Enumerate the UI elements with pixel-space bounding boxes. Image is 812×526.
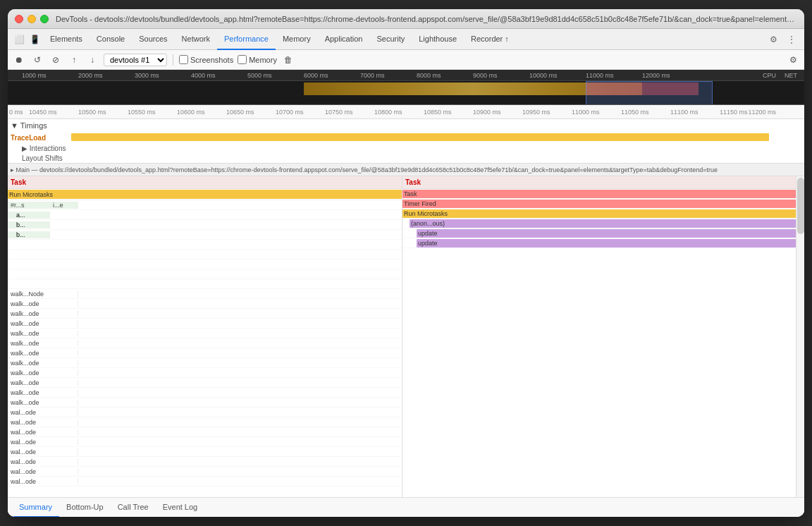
inspect-icon[interactable]: ⬜ bbox=[12, 32, 26, 47]
flame-scroll-right[interactable]: Task Timer Fired Run Microtask bbox=[402, 189, 796, 497]
tick-11050: 11050 ms bbox=[621, 109, 649, 116]
flame-main: Task Run Microtasks #r...s i...e bbox=[8, 176, 804, 497]
maximize-button[interactable] bbox=[40, 15, 49, 23]
label-3a: b... bbox=[8, 231, 50, 238]
flame-row-walk-16: wal...ode bbox=[8, 447, 402, 457]
tick-10750: 10750 ms bbox=[325, 109, 353, 116]
upload-button[interactable]: ↑ bbox=[67, 53, 81, 67]
tab-elements[interactable]: Elements bbox=[43, 29, 90, 50]
right-block-update2: update bbox=[417, 239, 796, 247]
reload-button[interactable]: ↺ bbox=[30, 53, 44, 67]
tick-11200: 11200 ms bbox=[748, 109, 776, 116]
flame-row-walk-17: wal...ode bbox=[8, 457, 402, 467]
tab-sources[interactable]: Sources bbox=[132, 29, 174, 50]
interactions-row: ▶ Interactions bbox=[8, 143, 804, 153]
tick-10450: 10450 ms bbox=[29, 109, 57, 116]
ruler-8000: 8000 ms bbox=[417, 72, 441, 79]
screenshots-toggle[interactable]: Screenshots bbox=[179, 55, 233, 64]
layout-shifts-label: Layout Shifts bbox=[22, 154, 63, 162]
devtools-content: ⬜ 📱 Elements Console Sources Network Per… bbox=[8, 29, 804, 517]
scrollbar[interactable] bbox=[796, 176, 804, 497]
flame-row-walk-8: walk...ode bbox=[8, 368, 402, 378]
tab-performance[interactable]: Performance bbox=[217, 29, 276, 50]
label-1a: a... bbox=[8, 212, 50, 219]
clear-button[interactable]: ⊘ bbox=[49, 53, 63, 67]
tab-security[interactable]: Security bbox=[369, 29, 412, 50]
traceload-label: TraceLoad bbox=[11, 134, 46, 142]
flame-row-walk-1: walk...ode bbox=[8, 299, 402, 309]
flame-row-walk-18: wal...ode bbox=[8, 467, 402, 477]
flame-row-walk-4: walk...ode bbox=[8, 329, 402, 338]
tick-11000: 11000 ms bbox=[572, 109, 600, 116]
tab-console[interactable]: Console bbox=[90, 29, 132, 50]
left-task-header: Task bbox=[8, 176, 402, 189]
tab-summary[interactable]: Summary bbox=[12, 498, 59, 518]
settings2-icon[interactable]: ⚙ bbox=[786, 53, 800, 67]
settings-icon[interactable]: ⚙ bbox=[766, 32, 780, 47]
tab-event-log[interactable]: Event Log bbox=[156, 498, 205, 518]
timings-section: ▼ Timings TraceLoad ▶ Interactions Layou… bbox=[8, 119, 804, 164]
flame-row-drawt: drawThr...Entries d... bbox=[8, 259, 402, 269]
flame-row-walk-13: wal...ode bbox=[8, 417, 402, 427]
tab-application[interactable]: Application bbox=[318, 29, 370, 50]
tab-lighthouse[interactable]: Lighthouse bbox=[412, 29, 464, 50]
ruler-2000: 2000 ms bbox=[78, 72, 103, 79]
record-button[interactable]: ⏺ bbox=[12, 53, 26, 67]
window-title: DevTools - devtools://devtools/bundled/d… bbox=[56, 15, 797, 23]
tab-bottom-up[interactable]: Bottom-Up bbox=[59, 498, 111, 518]
tab-call-tree[interactable]: Call Tree bbox=[111, 498, 156, 518]
flame-row-0: #r...s i...e loadingComplete i...e bbox=[8, 200, 402, 210]
flame-row-walk-3: walk...ode bbox=[8, 319, 402, 329]
tick-11100: 11100 ms bbox=[670, 109, 699, 116]
run-microtasks-row: Run Microtasks bbox=[8, 189, 402, 200]
tick-10500: 10500 ms bbox=[78, 109, 106, 116]
tab-recorder[interactable]: Recorder ↑ bbox=[464, 29, 516, 50]
url-bar: ▸ Main — devtools://devtools/bundled/dev… bbox=[8, 164, 804, 176]
flame-row-walk-10: walk...ode bbox=[8, 388, 402, 398]
flame-left-panel: Task Run Microtasks #r...s i...e bbox=[8, 176, 402, 497]
screenshots-checkbox[interactable] bbox=[179, 55, 188, 64]
download-button[interactable]: ↓ bbox=[85, 53, 99, 67]
top-nav: ⬜ 📱 Elements Console Sources Network Per… bbox=[8, 29, 804, 50]
memory-toggle[interactable]: Memory bbox=[238, 55, 277, 64]
flame-row-walk-12: wal...ode bbox=[8, 408, 402, 417]
tick-10800: 10800 ms bbox=[374, 109, 402, 116]
ruler-net: NET bbox=[785, 72, 797, 79]
timings-header[interactable]: ▼ Timings bbox=[8, 119, 804, 132]
right-row-timer: Timer Fired bbox=[402, 199, 796, 209]
more-icon[interactable]: ⋮ bbox=[785, 32, 799, 47]
flame-row-1: a... addRecording a... bbox=[8, 210, 402, 220]
device-icon[interactable]: 📱 bbox=[27, 32, 42, 47]
tab-memory[interactable]: Memory bbox=[276, 29, 318, 50]
flame-row-walk-9: walk...ode bbox=[8, 378, 402, 388]
tab-network[interactable]: Network bbox=[175, 29, 217, 50]
label-0b: i...e bbox=[50, 202, 78, 209]
right-task-text: Task bbox=[404, 190, 417, 197]
flame-row-walk-2: walk...ode bbox=[8, 309, 402, 319]
memory-checkbox[interactable] bbox=[238, 55, 247, 64]
flame-scroll-left[interactable]: #r...s i...e loadingComplete i...e a... bbox=[8, 200, 402, 497]
minimize-button[interactable] bbox=[27, 15, 36, 23]
right-row-anon: (anon...ous) bbox=[402, 219, 796, 228]
right-row-task: Task bbox=[402, 189, 796, 199]
scrollbar-thumb[interactable] bbox=[797, 178, 804, 234]
window-controls bbox=[15, 15, 49, 23]
right-row-update1: update bbox=[402, 228, 796, 238]
instance-select[interactable]: devtools #1 bbox=[104, 54, 167, 66]
ruler-9000: 9000 ms bbox=[473, 72, 498, 79]
right-task-header: Task bbox=[402, 176, 796, 189]
ruler-3000: 3000 ms bbox=[135, 72, 159, 79]
trash-button[interactable]: 🗑 bbox=[281, 53, 295, 67]
run-microtasks-label: Run Microtasks bbox=[9, 191, 53, 198]
performance-toolbar: ⏺ ↺ ⊘ ↑ ↓ devtools #1 Screenshots Memory… bbox=[8, 50, 804, 70]
flame-row-walk-14: wal...ode bbox=[8, 427, 402, 437]
overview-selection[interactable] bbox=[586, 81, 713, 105]
close-button[interactable] bbox=[15, 15, 23, 23]
flame-chart-area: ▸ Main — devtools://devtools/bundled/dev… bbox=[8, 164, 804, 497]
right-task-label: Task bbox=[405, 178, 421, 186]
title-bar: DevTools - devtools://devtools/bundled/d… bbox=[8, 9, 804, 29]
right-block-task: Task bbox=[402, 190, 796, 198]
tick-10600: 10600 ms bbox=[177, 109, 205, 116]
ruler-1000: 1000 ms bbox=[22, 72, 47, 79]
right-microtasks-text: Run Microtasks bbox=[404, 210, 448, 217]
